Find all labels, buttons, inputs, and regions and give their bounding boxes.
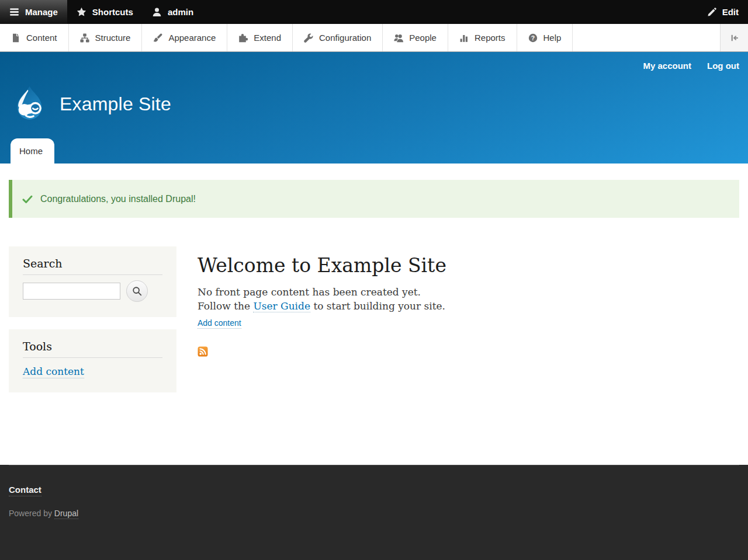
page-layout: Search Tools Add content Welcome to Exam… <box>9 246 739 405</box>
user-icon <box>152 7 162 17</box>
rss-icon <box>198 346 208 357</box>
toolbar-tab-manage[interactable]: Manage <box>0 0 67 24</box>
tray-item-help[interactable]: Help <box>517 24 573 51</box>
menu-icon <box>9 7 19 17</box>
bar-chart-icon <box>459 33 469 43</box>
sidebar-first: Search Tools Add content <box>9 246 176 405</box>
tray-item-label: Structure <box>95 33 131 43</box>
tray-item-configuration[interactable]: Configuration <box>293 24 383 51</box>
paintbrush-icon <box>153 33 162 43</box>
user-guide-link[interactable]: User Guide <box>253 300 310 312</box>
footer-menu: Contact <box>9 465 739 495</box>
search-form <box>23 280 162 302</box>
tray-item-extend[interactable]: Extend <box>227 24 293 51</box>
logout-link[interactable]: Log out <box>707 61 739 71</box>
page-title: Welcome to Example Site <box>198 254 739 277</box>
tray-item-label: Reports <box>475 33 505 43</box>
status-message: Congratulations, you installed Drupal! <box>9 180 739 218</box>
tray-item-label: Appearance <box>168 33 216 43</box>
checkmark-icon <box>22 194 33 204</box>
powered-by: Powered by Drupal <box>9 509 739 518</box>
toolbar-tab-shortcuts[interactable]: Shortcuts <box>67 0 143 24</box>
search-submit-button[interactable] <box>126 280 148 302</box>
admin-toolbar-tray: Content Structure Appearance Extend Conf… <box>0 24 748 52</box>
admin-toolbar: Manage Shortcuts admin Edit <box>0 0 748 24</box>
status-message-text: Congratulations, you installed Drupal! <box>40 194 196 204</box>
secondary-menu: My account Log out <box>643 61 740 71</box>
toolbar-tab-admin-user[interactable]: admin <box>143 0 203 24</box>
site-name[interactable]: Example Site <box>60 93 171 115</box>
empty-frontpage-line1: No front page content has been created y… <box>198 286 421 298</box>
search-block: Search <box>9 246 176 317</box>
wrench-icon <box>304 33 313 43</box>
add-content-link[interactable]: Add content <box>198 318 241 329</box>
collapse-left-icon <box>730 33 739 43</box>
empty-frontpage-text: No front page content has been created y… <box>198 285 739 313</box>
sidebar-add-content-link[interactable]: Add content <box>23 366 84 378</box>
site-branding: Example Site <box>10 85 171 124</box>
tray-item-label: Help <box>543 33 562 43</box>
tray-item-label: People <box>409 33 437 43</box>
file-icon <box>11 33 20 43</box>
tools-block: Tools Add content <box>9 329 176 392</box>
user-guide-suffix: to start building your site. <box>310 300 445 312</box>
tray-item-label: Extend <box>254 33 281 43</box>
edit-button[interactable]: Edit <box>698 0 748 24</box>
my-account-link[interactable]: My account <box>643 61 692 71</box>
tab-home[interactable]: Home <box>11 138 54 164</box>
puzzle-icon <box>238 33 248 43</box>
tray-item-people[interactable]: People <box>383 24 448 51</box>
toolbar-tab-label: Manage <box>25 7 58 17</box>
tray-item-structure[interactable]: Structure <box>69 24 143 51</box>
tray-item-content[interactable]: Content <box>0 24 69 51</box>
toolbar-collapse-toggle[interactable] <box>720 24 748 51</box>
rss-feed-link[interactable] <box>198 346 208 359</box>
contact-link[interactable]: Contact <box>9 485 41 496</box>
search-block-title: Search <box>23 257 162 275</box>
toolbar-tab-label: Shortcuts <box>92 7 133 17</box>
search-input[interactable] <box>23 283 120 300</box>
user-guide-prefix: Follow the <box>198 300 253 312</box>
star-icon <box>77 7 86 17</box>
admin-bar-spacer <box>203 0 698 24</box>
site-footer: Contact Powered by Drupal <box>0 465 748 560</box>
site-header: My account Log out Example Site Home <box>0 52 748 164</box>
tray-item-reports[interactable]: Reports <box>448 24 517 51</box>
help-icon <box>528 33 538 43</box>
primary-tabs: Home <box>11 138 54 164</box>
tray-item-label: Content <box>26 33 57 43</box>
tray-item-label: Configuration <box>319 33 371 43</box>
drupal-logo[interactable] <box>10 85 49 124</box>
drupal-link[interactable]: Drupal <box>54 509 78 519</box>
sitemap-icon <box>80 33 89 43</box>
edit-button-label: Edit <box>722 7 739 17</box>
main-content: Welcome to Example Site No front page co… <box>176 246 739 359</box>
tray-item-appearance[interactable]: Appearance <box>142 24 227 51</box>
feed-icons <box>198 346 739 359</box>
search-icon <box>132 286 142 296</box>
powered-by-prefix: Powered by <box>9 509 54 518</box>
toolbar-tab-label: admin <box>168 7 193 17</box>
tools-block-title: Tools <box>23 340 162 358</box>
pencil-icon <box>707 8 716 17</box>
people-icon <box>394 33 403 43</box>
